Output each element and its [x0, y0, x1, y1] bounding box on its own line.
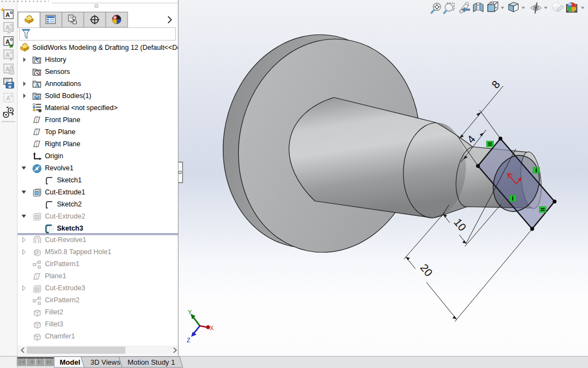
svg-text:Plane1: Plane1	[45, 272, 66, 280]
svg-text:Origin: Origin	[45, 152, 63, 160]
svg-text:Chamfer1: Chamfer1	[45, 332, 75, 340]
svg-text:Motion Study 1: Motion Study 1	[128, 358, 175, 366]
svg-text:3D Views: 3D Views	[90, 358, 120, 366]
svg-text:Sensors: Sensors	[45, 68, 70, 76]
svg-text:Cut-Extrude1: Cut-Extrude1	[45, 188, 85, 196]
svg-text:Fillet2: Fillet2	[45, 308, 63, 316]
svg-text:Sketch3: Sketch3	[57, 225, 83, 232]
svg-text:Right Plane: Right Plane	[45, 140, 80, 148]
svg-text:Front Plane: Front Plane	[45, 116, 80, 124]
svg-text:SolidWorks Modeling & Drafting: SolidWorks Modeling & Drafting 12 (Defau…	[32, 44, 178, 51]
svg-text:Fillet3: Fillet3	[45, 320, 63, 328]
svg-text:Model: Model	[60, 358, 80, 366]
svg-text:M5x0.8 Tapped Hole1: M5x0.8 Tapped Hole1	[45, 248, 111, 256]
svg-text:X: X	[210, 325, 214, 331]
svg-text:Z: Z	[187, 337, 191, 343]
svg-text:Top Plane: Top Plane	[45, 128, 76, 136]
svg-text:History: History	[45, 56, 67, 64]
svg-text:CirPattern2: CirPattern2	[45, 296, 79, 304]
svg-text:A: A	[6, 95, 10, 101]
svg-text:Cut-Extrude2: Cut-Extrude2	[45, 212, 85, 220]
svg-text:8: 8	[489, 78, 503, 91]
svg-text:10: 10	[452, 216, 469, 233]
svg-text:A: A	[35, 82, 39, 88]
svg-text:Y: Y	[188, 309, 192, 315]
svg-text:20: 20	[418, 262, 435, 279]
svg-text:Annotations: Annotations	[45, 80, 81, 88]
svg-text:Sketch1: Sketch1	[57, 176, 82, 184]
svg-text:Revolve1: Revolve1	[45, 164, 73, 172]
svg-text:CirPattern1: CirPattern1	[45, 260, 79, 268]
svg-text:Material <not specified>: Material <not specified>	[45, 104, 118, 112]
svg-text:Cut-Revolve1: Cut-Revolve1	[45, 236, 87, 244]
svg-text:Solid Bodies(1): Solid Bodies(1)	[45, 92, 91, 100]
svg-text:Cut-Extrude3: Cut-Extrude3	[45, 284, 85, 292]
svg-text:Sketch2: Sketch2	[57, 200, 82, 208]
